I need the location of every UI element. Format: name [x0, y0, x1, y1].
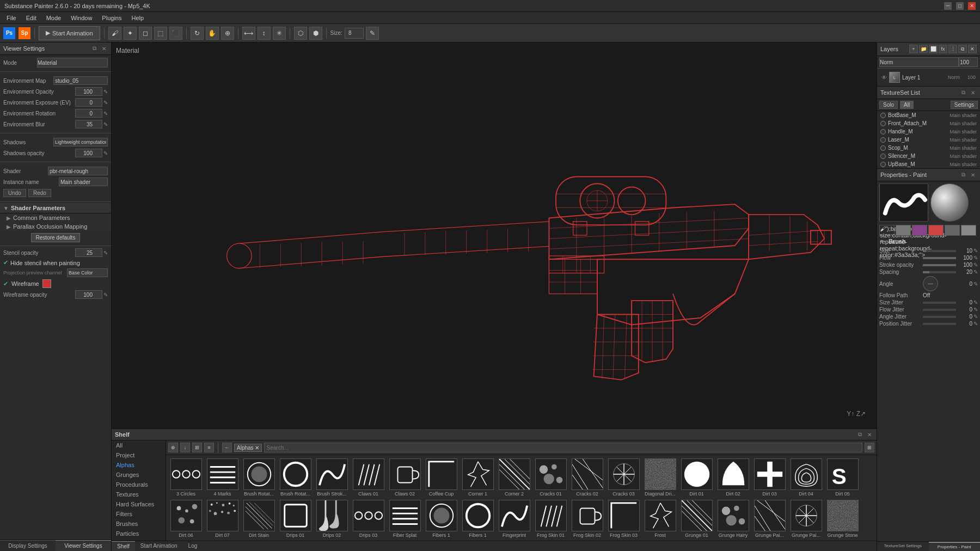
- shelf-item-11[interactable]: Cracks 02: [569, 457, 605, 498]
- shelf-item-0[interactable]: 3 Circles: [168, 457, 204, 498]
- shelf-item-17[interactable]: Dirt 04: [788, 457, 824, 498]
- symmetry-x[interactable]: ⟷: [242, 27, 255, 40]
- ts-radio-upbase[interactable]: [880, 162, 886, 167]
- size-slider[interactable]: [923, 250, 956, 252]
- size-jitter-edit-icon[interactable]: ✎: [973, 299, 978, 305]
- size-jitter-slider[interactable]: [923, 302, 956, 304]
- layer-row[interactable]: 👁 L Layer 1 Norm 100: [879, 71, 978, 84]
- size-edit-icon[interactable]: ✎: [973, 248, 978, 254]
- restore-defaults-button[interactable]: Restore defaults: [31, 233, 81, 242]
- ts-item-silencer[interactable]: Silencer_M Main shader: [877, 152, 980, 160]
- layer-more-icon[interactable]: ⋮: [948, 45, 957, 53]
- textureset-settings-tab[interactable]: TextureSet Settings: [877, 542, 929, 551]
- solo-button[interactable]: Solo: [879, 101, 898, 109]
- category-project[interactable]: Project: [112, 450, 166, 460]
- minimize-button[interactable]: ─: [944, 2, 952, 10]
- layer-blend-select[interactable]: Norm: [879, 57, 959, 67]
- tool-paint[interactable]: 🖌: [108, 27, 121, 40]
- swatch-metal[interactable]: [945, 225, 960, 236]
- shelf-item-26[interactable]: Fibers 1: [424, 499, 459, 539]
- parallax-header[interactable]: ▶ Parallax Occlusion Mapping: [0, 222, 111, 231]
- shelf-item-24[interactable]: Drips 03: [351, 499, 386, 539]
- swatch-brush[interactable]: 🖌');background-size:contain;background-r…: [879, 225, 895, 236]
- log-tab[interactable]: Log: [183, 541, 203, 551]
- viewer-settings-tab[interactable]: Viewer Settings: [56, 540, 111, 551]
- ts-item-botbase[interactable]: BotBase_M Main shader: [877, 111, 980, 119]
- maximize-button[interactable]: □: [956, 2, 964, 10]
- ts-radio-front-attach[interactable]: [880, 121, 886, 126]
- common-parameters-header[interactable]: ▶ Common Parameters: [0, 213, 111, 222]
- shelf-item-20[interactable]: Dirt 07: [205, 499, 240, 539]
- ts-settings-button[interactable]: Settings: [951, 101, 978, 109]
- bake-button[interactable]: ⬡: [294, 27, 307, 40]
- shader-parameters-header[interactable]: ▼ Shader Parameters: [0, 203, 111, 213]
- shelf-grid-view-button[interactable]: ⊞: [865, 443, 874, 452]
- shelf-item-15[interactable]: Dirt 02: [715, 457, 751, 498]
- shelf-list-button[interactable]: ≡: [204, 443, 214, 452]
- shelf-item-28[interactable]: Fingerprint: [497, 499, 532, 539]
- category-filters[interactable]: Filters: [112, 509, 166, 519]
- textureset-close-icon[interactable]: ✕: [969, 89, 977, 96]
- category-alphas[interactable]: Alphas: [112, 460, 166, 470]
- env-opacity-edit-icon[interactable]: ✎: [103, 89, 108, 95]
- shelf-item-7[interactable]: Coffee Cup: [424, 457, 459, 498]
- instance-name-input[interactable]: [59, 177, 108, 186]
- shelf-back-button[interactable]: ←: [222, 443, 232, 452]
- projection-preview-select[interactable]: Base Color: [67, 268, 108, 277]
- category-particles[interactable]: Particles: [112, 529, 166, 538]
- layer-visibility-icon[interactable]: 👁: [881, 75, 887, 81]
- tool-fill[interactable]: ⬛: [169, 27, 182, 40]
- shelf-item-19[interactable]: Dirt 06: [168, 499, 204, 539]
- viewport-content[interactable]: Material: [112, 42, 877, 428]
- shelf-close-icon[interactable]: ✕: [866, 431, 873, 438]
- shelf-add-button[interactable]: ⊕: [168, 443, 178, 452]
- angle-jitter-slider[interactable]: [923, 316, 956, 318]
- ts-radio-silencer[interactable]: [880, 154, 886, 159]
- shelf-item-3[interactable]: Brush Rotat...: [278, 457, 313, 498]
- spacing-edit-icon[interactable]: ✎: [973, 269, 978, 275]
- flow-slider[interactable]: [923, 257, 956, 259]
- close-button[interactable]: ✕: [968, 2, 976, 10]
- shelf-item-13[interactable]: Diagonal Dri...: [642, 457, 678, 498]
- swatch-stencil[interactable]: [912, 225, 927, 236]
- stroke-opacity-edit-icon[interactable]: ✎: [973, 262, 978, 268]
- shelf-item-8[interactable]: Corner 1: [460, 457, 495, 498]
- tool-3d-rotate[interactable]: ↻: [191, 27, 204, 40]
- shelf-item-2[interactable]: Brush Rotat...: [241, 457, 277, 498]
- redo-button[interactable]: Redo: [28, 189, 51, 197]
- menu-mode[interactable]: Mode: [42, 14, 66, 22]
- layer-mask-icon[interactable]: ⬜: [929, 45, 938, 53]
- position-jitter-slider[interactable]: [923, 323, 956, 325]
- wireframe-color-swatch[interactable]: [42, 279, 51, 288]
- symmetry-radial[interactable]: ✳: [273, 27, 286, 40]
- env-rotation-edit-icon[interactable]: ✎: [103, 111, 108, 117]
- stroke-opacity-slider[interactable]: [923, 264, 956, 266]
- swatch-rough[interactable]: [961, 225, 976, 236]
- env-map-input[interactable]: [53, 76, 108, 85]
- stencil-opacity-edit-icon[interactable]: ✎: [103, 250, 108, 256]
- stencil-opacity-input[interactable]: [75, 248, 102, 257]
- shelf-tab[interactable]: Shelf: [112, 541, 135, 551]
- symmetry-y[interactable]: ↕: [258, 27, 271, 40]
- brush-size-input[interactable]: [345, 28, 364, 39]
- shelf-item-34[interactable]: Grunge Hairy: [715, 499, 751, 539]
- shelf-item-31[interactable]: Frog Skin 03: [606, 499, 641, 539]
- shelf-item-21[interactable]: Dirt Stain: [241, 499, 277, 539]
- all-button[interactable]: All: [900, 101, 914, 109]
- layer-effects-icon[interactable]: fx: [939, 45, 947, 53]
- env-opacity-input[interactable]: [75, 87, 102, 96]
- spacing-slider[interactable]: [923, 271, 956, 273]
- shelf-search-input[interactable]: [264, 443, 862, 452]
- ts-radio-handle[interactable]: [880, 129, 886, 134]
- flow-jitter-edit-icon[interactable]: ✎: [973, 307, 978, 313]
- shelf-item-4[interactable]: Brush Strok...: [314, 457, 350, 498]
- layer-folder-icon[interactable]: 📁: [919, 45, 928, 53]
- tool-3d-zoom[interactable]: ⊕: [221, 27, 234, 40]
- env-exposure-input[interactable]: [75, 98, 102, 107]
- shelf-icon-1[interactable]: ⧉: [856, 431, 863, 438]
- properties-close-icon[interactable]: ✕: [969, 171, 977, 179]
- shelf-item-18[interactable]: SDirt 05: [825, 457, 860, 498]
- shelf-item-10[interactable]: Cracks 01: [533, 457, 568, 498]
- menu-window[interactable]: Window: [66, 14, 96, 22]
- hide-stencil-checkbox[interactable]: ✔: [3, 259, 8, 266]
